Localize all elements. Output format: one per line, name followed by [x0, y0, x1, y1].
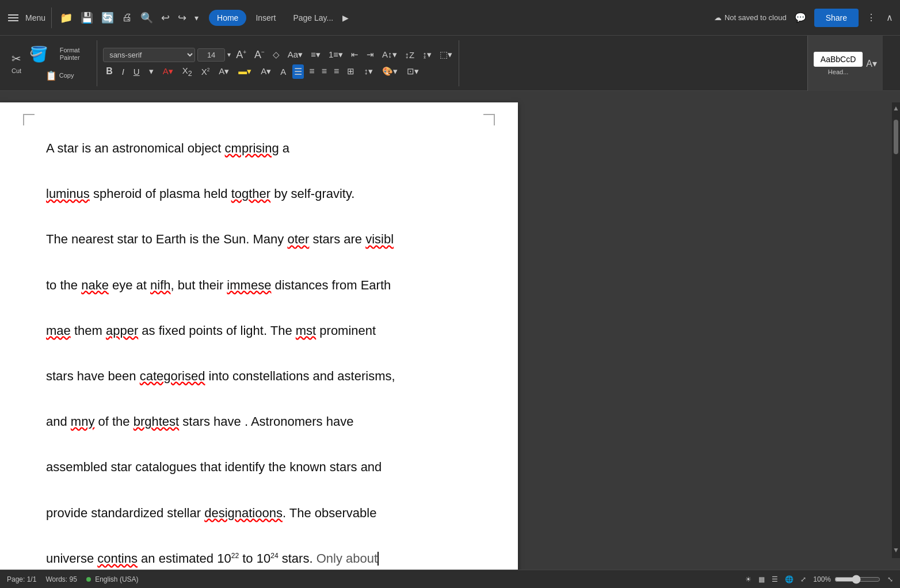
clear-format-button[interactable]: ◇ — [270, 48, 283, 61]
expand-icon: ⤢ — [800, 575, 806, 583]
font-family-select[interactable]: sans-serif — [103, 48, 195, 62]
zoom-slider[interactable] — [834, 575, 880, 584]
top-bar: Menu 📁 💾 🔄 🖨 🔍 ↩ ↪ ▾ Home Insert Page La… — [0, 0, 900, 36]
scroll-up-icon[interactable]: ▲ — [891, 102, 900, 114]
bold-button[interactable]: B — [103, 65, 116, 78]
font-color-button[interactable]: A▾ — [160, 65, 176, 78]
share-button[interactable]: Share — [814, 9, 859, 27]
status-bar: Page: 1/1 Words: 95 English (USA) ☀ ▦ ☰ … — [0, 570, 900, 588]
line-spacing-button[interactable]: ↨▾ — [420, 48, 434, 61]
top-right: ☁ Not saved to cloud 💬 Share ⋮ ∧ — [714, 9, 895, 27]
copy-button[interactable]: 📋 Copy — [26, 68, 93, 83]
align-right-button[interactable]: ≡ — [320, 64, 329, 78]
styles-dropdown-icon[interactable]: A▾ — [866, 58, 877, 69]
border-button[interactable]: ⬚▾ — [437, 48, 455, 61]
clipboard-section: ✂ Cut 🪣 Format Painter 📋 Copy — [5, 40, 97, 86]
comment-icon[interactable]: 💬 — [792, 10, 809, 25]
globe-icon: 🌐 — [785, 575, 794, 583]
tab-pagelayout[interactable]: Page Lay... — [285, 10, 341, 26]
divider — [51, 7, 52, 28]
misspelled-designatioons: designatioons — [204, 506, 283, 520]
align-justify-button[interactable]: ≡ — [332, 64, 341, 78]
indent-button[interactable]: ⇥ — [364, 48, 377, 61]
format-painter-button[interactable]: 🪣 Format Painter — [26, 43, 93, 66]
collapse-icon[interactable]: ∧ — [884, 10, 895, 25]
outdent-button[interactable]: ⇤ — [348, 48, 361, 61]
format-painter-label: Format Painter — [49, 47, 90, 62]
zoom-level: 100% — [813, 575, 831, 583]
font-size-dropdown-icon[interactable]: ▾ — [227, 51, 231, 59]
document-page[interactable]: A star is an astronomical object cmprisi… — [0, 102, 518, 570]
increase-font-button[interactable]: A+ — [233, 48, 249, 62]
print-icon[interactable]: 🖨 — [120, 9, 135, 26]
font-section: sans-serif ▾ A+ A− ◇ Aa▾ ≡▾ 1≡▾ ⇤ ⇥ A↕▾ … — [100, 40, 459, 86]
ribbon: ✂ Cut 🪣 Format Painter 📋 Copy sans-serif… — [0, 36, 900, 91]
misspelled-visibl: visibl — [365, 232, 394, 246]
document-area: A star is an astronomical object cmprisi… — [0, 91, 900, 570]
tab-home[interactable]: Home — [209, 10, 246, 26]
misspelled-contins: contins — [97, 551, 138, 566]
change-case-button[interactable]: Aa▾ — [285, 48, 306, 61]
list-button[interactable]: ≡▾ — [308, 48, 323, 61]
scroll-thumb[interactable] — [894, 120, 898, 154]
numbered-list-button[interactable]: 1≡▾ — [326, 48, 346, 61]
misspelled-brghtest: brghtest — [134, 414, 180, 429]
misspelled-nifh: nifh — [150, 278, 170, 292]
layout-icon: ▦ — [758, 575, 765, 583]
shading-button[interactable]: 🎨▾ — [379, 65, 401, 78]
underline-button[interactable]: U — [131, 66, 143, 78]
overflow-icon[interactable]: ⋮ — [864, 10, 878, 25]
fullscreen-icon[interactable]: ⤡ — [887, 575, 893, 583]
subscript-button[interactable]: X2 — [180, 64, 195, 79]
font-row2: B I U ▾ A▾ X2 X2 A▾ ▬▾ A▾ A ☰ ≡ ≡ ≡ ⊞ ↕▾… — [103, 64, 455, 79]
word-count: Words: 95 — [45, 575, 77, 583]
sort-za-button[interactable]: ↕Z — [402, 49, 418, 61]
cut-button[interactable]: ✂ Cut — [8, 49, 25, 77]
style-normal-preview[interactable]: AaBbCcD — [814, 52, 863, 67]
page-corner-tl — [23, 114, 35, 125]
text-box-button[interactable]: A — [277, 66, 289, 78]
page-info: Page: 1/1 — [7, 575, 36, 583]
style-normal-text: AaBbCcD — [821, 55, 856, 64]
document-content[interactable]: A star is an astronomical object cmprisi… — [46, 137, 472, 570]
text-bg-button[interactable]: A▾ — [258, 65, 274, 78]
zoom-control: 100% — [813, 575, 880, 584]
italic-button[interactable]: I — [119, 66, 127, 78]
scroll-down-icon[interactable]: ▼ — [891, 544, 900, 556]
language-dot — [86, 577, 91, 582]
open-icon[interactable]: 📁 — [58, 9, 75, 26]
sort-az-button[interactable]: A↕▾ — [379, 48, 400, 61]
nav-tabs: Home Insert Page Lay... ▶ — [209, 10, 349, 26]
undo-icon[interactable]: ↩ — [159, 9, 172, 26]
align-left-button[interactable]: ☰ — [292, 64, 304, 79]
tabs-more-icon[interactable]: ▶ — [342, 13, 349, 22]
sun-icon: ☀ — [745, 575, 752, 583]
more-chevron-icon[interactable]: ▾ — [192, 11, 201, 25]
highlight-button[interactable]: ▬▾ — [235, 65, 254, 78]
align-center-button[interactable]: ≡ — [307, 64, 316, 78]
status-right: ☀ ▦ ☰ 🌐 ⤢ 100% ⤡ — [745, 575, 893, 584]
misspelled-togther: togther — [231, 186, 271, 201]
history-icon[interactable]: 🔄 — [99, 9, 116, 26]
tab-insert[interactable]: Insert — [247, 10, 284, 26]
decrease-font-button[interactable]: A− — [251, 48, 268, 62]
redo-icon[interactable]: ↪ — [176, 9, 189, 26]
misspelled-oter: oter — [287, 232, 309, 246]
right-scrollbar[interactable]: ▲ ▼ — [892, 102, 900, 558]
language-label: English (USA) — [95, 575, 138, 583]
line-spacing-btn2[interactable]: ↕▾ — [361, 65, 376, 78]
hamburger-menu[interactable] — [5, 11, 22, 25]
cloud-status-text: Not saved to cloud — [724, 13, 787, 22]
styles-section: AaBbCcD Head... A▾ — [807, 36, 883, 91]
columns-button[interactable]: ⊞ — [344, 65, 357, 78]
menu-label[interactable]: Menu — [25, 13, 45, 22]
borders-btn2[interactable]: ⊡▾ — [404, 65, 422, 78]
save-icon[interactable]: 💾 — [78, 9, 96, 26]
superscript-button[interactable]: X2 — [199, 66, 213, 78]
misspelled-luminus: luminus — [46, 186, 90, 201]
search-icon[interactable]: 🔍 — [138, 9, 155, 26]
format-painter-icon: 🪣 — [29, 45, 48, 63]
text-color-button[interactable]: A▾ — [216, 65, 232, 78]
underline-dropdown[interactable]: ▾ — [146, 65, 157, 78]
font-size-input[interactable] — [197, 48, 225, 62]
